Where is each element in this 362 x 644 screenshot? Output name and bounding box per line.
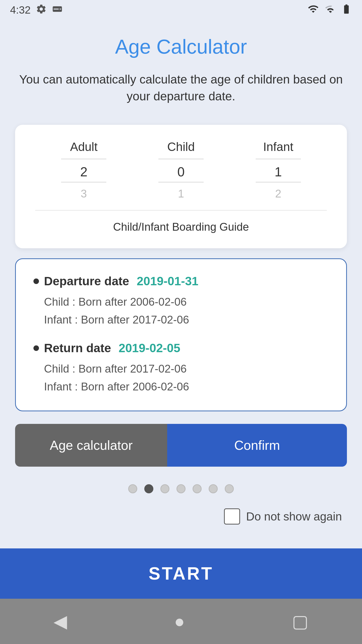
checkbox-row: Do not show again (15, 508, 347, 525)
recents-nav-icon[interactable]: ▢ (292, 611, 308, 632)
dot-1[interactable] (128, 484, 137, 493)
infant-divider-bottom (256, 182, 301, 182)
home-nav-icon[interactable]: ● (174, 611, 185, 631)
dot-2[interactable] (144, 484, 153, 493)
nav-bar: ◀ ● ▢ (0, 599, 362, 644)
departure-bullet (33, 278, 39, 284)
age-calculator-button[interactable]: Age calculator (15, 424, 167, 467)
infant-label: Infant (230, 140, 327, 154)
dot-6[interactable] (209, 484, 218, 493)
departure-date: 2019-01-31 (137, 274, 199, 288)
back-nav-icon[interactable]: ◀ (54, 611, 67, 632)
page-title: Age Calculator (15, 35, 347, 58)
confirm-button[interactable]: Confirm (167, 424, 347, 467)
dot-4[interactable] (176, 484, 186, 493)
departure-row: Departure date 2019-01-31 Child : Born a… (33, 274, 329, 329)
dot-5[interactable] (193, 484, 202, 493)
storage-icon (52, 4, 63, 17)
infant-divider-top (256, 159, 301, 159)
child-count: 0 (132, 164, 230, 179)
dot-7[interactable] (225, 484, 234, 493)
infant-count: 1 (230, 164, 327, 179)
infant-column: Infant 1 2 (230, 140, 327, 200)
pagination-dots (15, 484, 347, 493)
page-subtitle: You can automatically calculate the age … (15, 71, 347, 105)
child-divider-top (158, 159, 204, 159)
adult-label: Adult (35, 140, 132, 154)
status-time: 4:32 (10, 4, 31, 16)
child-divider-bottom (158, 182, 204, 182)
signal-icon (325, 4, 336, 17)
passenger-card: Adult 2 3 Child 0 1 Infant 1 2 (15, 125, 347, 248)
battery-icon (341, 4, 352, 17)
status-right (307, 4, 352, 17)
passenger-columns: Adult 2 3 Child 0 1 Infant 1 2 (35, 140, 327, 200)
main-content: Age Calculator You can automatically cal… (0, 20, 362, 525)
guide-text: Child/Infant Boarding Guide (35, 221, 327, 233)
info-card: Departure date 2019-01-31 Child : Born a… (15, 258, 347, 411)
adult-count: 2 (35, 164, 132, 179)
card-divider (35, 210, 327, 211)
adult-count-next: 3 (35, 187, 132, 200)
return-bullet (33, 345, 39, 351)
return-label: Return date (44, 341, 111, 355)
departure-infant-detail: Infant : Born after 2017-02-06 (44, 311, 329, 329)
adult-divider-top (61, 159, 106, 159)
return-infant-detail: Infant : Born after 2006-02-06 (44, 378, 329, 395)
status-left: 4:32 (10, 4, 63, 17)
settings-icon (36, 4, 47, 17)
return-row: Return date 2019-02-05 Child : Born afte… (33, 341, 329, 395)
return-date: 2019-02-05 (119, 341, 180, 355)
adult-divider-bottom (61, 182, 106, 182)
child-label: Child (132, 140, 230, 154)
checkbox-label: Do not show again (246, 510, 342, 523)
child-column: Child 0 1 (132, 140, 230, 200)
return-child-detail: Child : Born after 2017-02-06 (44, 360, 329, 378)
departure-child-detail: Child : Born after 2006-02-06 (44, 293, 329, 311)
adult-column: Adult 2 3 (35, 140, 132, 200)
status-bar: 4:32 (0, 0, 362, 20)
infant-count-next: 2 (230, 187, 327, 200)
action-buttons: Age calculator Confirm (15, 424, 347, 467)
start-button[interactable]: START (0, 548, 362, 599)
dot-3[interactable] (160, 484, 169, 493)
departure-label: Departure date (44, 274, 129, 288)
departure-title-row: Departure date 2019-01-31 (33, 274, 329, 288)
child-count-next: 1 (132, 187, 230, 200)
wifi-icon (307, 4, 320, 17)
do-not-show-checkbox[interactable] (224, 508, 240, 525)
return-title-row: Return date 2019-02-05 (33, 341, 329, 355)
